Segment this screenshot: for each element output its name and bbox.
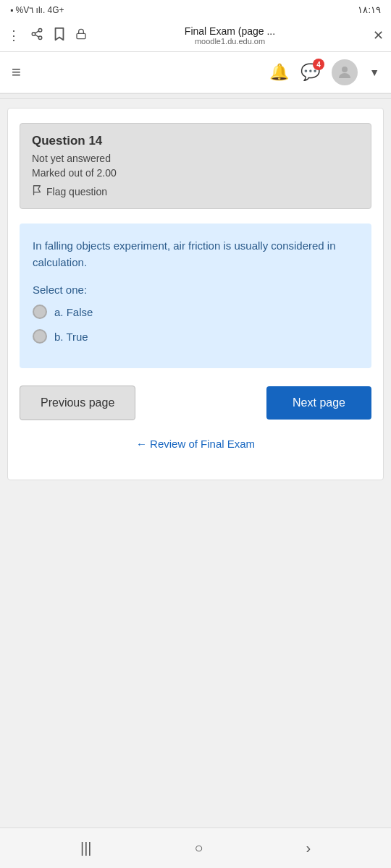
battery-signal-icons: ▪ %V٦ ılı. 4G+ xyxy=(10,5,64,15)
previous-page-button[interactable]: Previous page xyxy=(20,386,135,420)
question-body: In falling objects experiment, air frict… xyxy=(20,224,371,368)
option-a[interactable]: a. False xyxy=(33,305,358,319)
dropdown-arrow-icon[interactable]: ▼ xyxy=(369,67,379,78)
page-url: moodle1.du.edu.om xyxy=(96,37,364,46)
status-time: ١٨:١٩ xyxy=(358,4,381,15)
review-final-exam-link[interactable]: ← Review of Final Exam xyxy=(136,438,255,450)
svg-line-4 xyxy=(35,30,38,33)
chat-icon-wrap[interactable]: 💬 4 xyxy=(300,63,320,82)
option-b[interactable]: b. True xyxy=(33,329,358,344)
review-link-container: ← Review of Final Exam xyxy=(20,438,371,451)
flag-question-label: Flag question xyxy=(46,186,107,197)
user-avatar[interactable] xyxy=(332,59,358,85)
next-page-button[interactable]: Next page xyxy=(266,386,371,420)
android-menu-button[interactable]: ||| xyxy=(72,837,101,859)
question-text: In falling objects experiment, air frict… xyxy=(33,238,358,271)
android-home-button[interactable]: ○ xyxy=(185,837,211,859)
question-status: Not yet answered xyxy=(32,153,359,164)
question-info-box: Question 14 Not yet answered Marked out … xyxy=(20,123,371,209)
android-back-forward-button[interactable]: › xyxy=(297,837,319,859)
question-mark: Marked out of 2.00 xyxy=(32,167,359,179)
app-header: ≡ 🔔 💬 4 ▼ xyxy=(0,52,391,93)
close-tab-button[interactable]: ✕ xyxy=(373,27,384,43)
header-icons-group: 🔔 💬 4 ▼ xyxy=(269,59,379,85)
main-content-card: Question 14 Not yet answered Marked out … xyxy=(7,108,384,480)
browser-bar: ⋮ Final Exam (page ... moodle1.du.edu.om… xyxy=(0,20,391,52)
bottom-spacer xyxy=(0,489,391,532)
share-icon[interactable] xyxy=(30,27,43,44)
status-bar: ▪ %V٦ ılı. 4G+ ١٨:١٩ xyxy=(0,0,391,20)
navigation-buttons: Previous page Next page xyxy=(20,386,371,420)
hamburger-menu-button[interactable]: ≡ xyxy=(12,63,21,82)
option-a-label: a. False xyxy=(54,306,93,318)
top-divider xyxy=(0,93,391,99)
browser-title: Final Exam (page ... moodle1.du.edu.om xyxy=(96,25,364,46)
lock-icon xyxy=(75,27,87,44)
flag-icon xyxy=(32,184,42,198)
radio-b[interactable] xyxy=(33,329,47,344)
answer-options-list: a. False b. True xyxy=(33,305,358,344)
android-bottom-nav: ||| ○ › xyxy=(0,827,391,868)
svg-point-6 xyxy=(342,67,348,72)
question-title: Question 14 xyxy=(32,134,359,148)
radio-a[interactable] xyxy=(33,305,47,319)
svg-line-3 xyxy=(35,35,38,37)
option-b-label: b. True xyxy=(54,331,88,343)
notifications-bell-icon[interactable]: 🔔 xyxy=(269,63,289,82)
svg-rect-5 xyxy=(77,33,85,38)
status-left-icons: ▪ %V٦ ılı. 4G+ xyxy=(10,5,64,15)
more-options-icon[interactable]: ⋮ xyxy=(7,27,20,43)
bookmark-icon[interactable] xyxy=(54,27,65,45)
chat-badge: 4 xyxy=(313,59,324,70)
question-label: Question xyxy=(32,134,88,148)
select-one-label: Select one: xyxy=(33,284,358,296)
arrow-left-icon: ← xyxy=(136,438,147,450)
flag-question-button[interactable]: Flag question xyxy=(32,184,359,198)
question-number: 14 xyxy=(88,134,102,148)
page-title: Final Exam (page ... xyxy=(96,25,364,37)
browser-left-icons: ⋮ xyxy=(7,27,87,45)
review-link-text: Review of Final Exam xyxy=(150,438,255,450)
